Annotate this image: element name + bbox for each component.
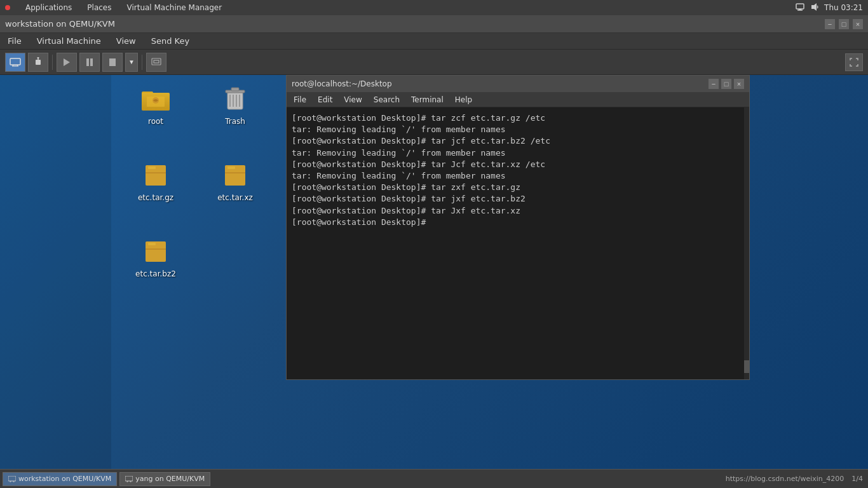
- svg-rect-15: [152, 58, 161, 65]
- terminal-scrollbar[interactable]: [744, 107, 749, 379]
- terminal-menu-view[interactable]: View: [342, 95, 363, 105]
- desktop-icon-etc-tar-gz[interactable]: etc.tar.gz: [130, 158, 181, 205]
- window-title: workstation on QEMU/KVM: [5, 19, 115, 29]
- system-bar-left: Applications Places Virtual Machine Mana…: [5, 2, 224, 13]
- stop-button[interactable]: [102, 53, 123, 72]
- minimize-button[interactable]: −: [825, 19, 835, 29]
- taskbar-item-yang-label: yang on QEMU/KVM: [135, 475, 205, 483]
- svg-point-10: [37, 57, 39, 59]
- svg-rect-39: [227, 166, 235, 169]
- red-dot-icon: [5, 3, 13, 12]
- toolbar-dropdown-button[interactable]: ▼: [125, 53, 138, 72]
- terminal-minimize-button[interactable]: −: [709, 79, 719, 89]
- svg-rect-43: [148, 243, 156, 245]
- usb-button[interactable]: [28, 53, 48, 72]
- terminal-title-controls: − □ ×: [709, 79, 744, 89]
- taskbar-url: https://blog.csdn.net/weixin_4200: [726, 475, 850, 483]
- svg-marker-3: [811, 3, 817, 11]
- monitor-button[interactable]: [5, 53, 25, 72]
- fullscreen-button[interactable]: [845, 53, 863, 71]
- terminal-title-bar: root@localhost:~/Desktop − □ ×: [287, 76, 749, 92]
- desktop-icon-etc-tar-xz[interactable]: etc.tar.xz: [210, 158, 261, 205]
- terminal-menu-terminal[interactable]: Terminal: [409, 95, 445, 105]
- terminal-menu-edit[interactable]: Edit: [316, 95, 334, 105]
- taskbar-item-workstation-label: workstation on QEMU/KVM: [18, 475, 111, 483]
- trash-icon-label: Trash: [225, 117, 245, 126]
- terminal-content[interactable]: [root@workstation Desktop]# tar zcf etc.…: [287, 107, 744, 379]
- left-panel: [0, 75, 111, 488]
- toolbar: ▼: [0, 50, 868, 75]
- root-icon-label: root: [148, 117, 163, 126]
- applications-menu[interactable]: Applications: [23, 2, 74, 13]
- svg-marker-11: [64, 58, 70, 66]
- taskbar-monitor-icon-2: [125, 476, 133, 482]
- menu-virtual-machine[interactable]: Virtual Machine: [34, 35, 104, 47]
- qemu-window: workstation on QEMU/KVM − □ × File Virtu…: [0, 15, 868, 488]
- terminal-menu-file[interactable]: File: [292, 95, 308, 105]
- menu-view[interactable]: View: [114, 35, 139, 47]
- terminal-body: [root@workstation Desktop]# tar zcf etc.…: [287, 107, 749, 379]
- taskbar-item-workstation[interactable]: workstation on QEMU/KVM: [3, 472, 117, 486]
- svg-rect-16: [154, 60, 159, 63]
- taskbar-item-yang[interactable]: yang on QEMU/KVM: [119, 472, 210, 486]
- system-bar-right: Thu 03:21: [795, 3, 863, 13]
- svg-rect-8: [36, 60, 41, 65]
- root-folder-icon: [140, 84, 171, 114]
- play-button[interactable]: [57, 53, 77, 72]
- svg-rect-12: [86, 58, 89, 66]
- terminal-menu-search[interactable]: Search: [372, 95, 402, 105]
- menu-file[interactable]: File: [5, 35, 24, 47]
- system-bar: Applications Places Virtual Machine Mana…: [0, 0, 868, 15]
- network-icon: [795, 3, 805, 13]
- etc-tar-bz2-label: etc.tar.bz2: [135, 269, 176, 278]
- taskbar-monitor-icon: [8, 476, 16, 482]
- etc-tar-xz-label: etc.tar.xz: [217, 193, 253, 202]
- etc-tar-bz2-icon: [140, 236, 171, 267]
- restore-button[interactable]: □: [839, 19, 849, 29]
- title-bar: workstation on QEMU/KVM − □ ×: [0, 15, 868, 33]
- svg-rect-28: [231, 88, 239, 91]
- svg-rect-4: [10, 58, 20, 65]
- toolbar-separator-2: [142, 55, 142, 70]
- svg-rect-13: [90, 58, 93, 66]
- svg-rect-47: [125, 476, 133, 481]
- desktop-icon-root[interactable]: root: [130, 81, 181, 128]
- etc-tar-gz-icon: [140, 160, 171, 191]
- trash-icon: [220, 84, 250, 114]
- terminal-window: root@localhost:~/Desktop − □ × File Edit…: [286, 75, 750, 380]
- desktop-icon-trash[interactable]: Trash: [210, 81, 261, 128]
- volume-icon: [810, 3, 819, 13]
- title-bar-controls: − □ ×: [825, 19, 863, 29]
- terminal-menu-bar: File Edit View Search Terminal Help: [287, 92, 749, 107]
- taskbar: workstation on QEMU/KVM yang on QEMU/KVM…: [0, 469, 868, 488]
- svg-rect-35: [148, 166, 156, 169]
- terminal-title: root@localhost:~/Desktop: [292, 79, 392, 88]
- desktop-icon-etc-tar-bz2[interactable]: etc.tar.bz2: [130, 234, 181, 281]
- svg-rect-0: [796, 4, 804, 9]
- terminal-menu-help[interactable]: Help: [453, 95, 474, 105]
- virtual-desktop: root Trash: [0, 75, 868, 488]
- menu-send-key[interactable]: Send Key: [149, 35, 192, 47]
- terminal-scrollbar-thumb[interactable]: [744, 360, 749, 373]
- terminal-restore-button[interactable]: □: [721, 79, 731, 89]
- toolbar-separator-1: [52, 55, 53, 70]
- etc-tar-gz-label: etc.tar.gz: [138, 193, 173, 202]
- taskbar-page: 1/4: [851, 475, 865, 483]
- svg-rect-44: [8, 476, 16, 481]
- menu-bar: File Virtual Machine View Send Key: [0, 33, 868, 50]
- vm-manager-menu[interactable]: Virtual Machine Manager: [124, 2, 224, 13]
- pause-button[interactable]: [79, 53, 100, 72]
- places-menu[interactable]: Places: [85, 2, 114, 13]
- svg-rect-14: [109, 58, 116, 66]
- etc-tar-xz-icon: [220, 160, 250, 191]
- terminal-close-button[interactable]: ×: [734, 79, 744, 89]
- close-button[interactable]: ×: [853, 19, 863, 29]
- screenshot-button[interactable]: [146, 53, 166, 72]
- time-display: Thu 03:21: [824, 3, 863, 12]
